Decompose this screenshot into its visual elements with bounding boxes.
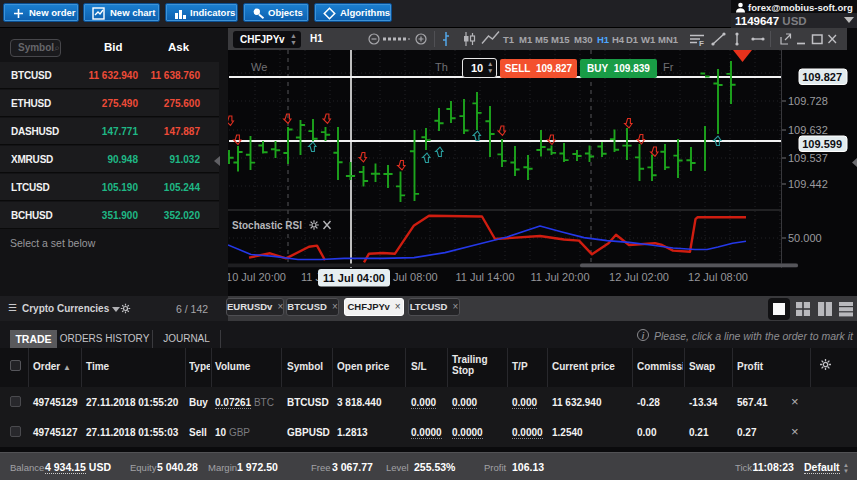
svg-text:Th: Th	[435, 61, 448, 73]
svg-text:11 J: 11 J	[301, 271, 321, 283]
svg-text:109.827: 109.827	[802, 71, 842, 83]
svg-text:12 Jul 02:00: 12 Jul 02:00	[609, 271, 669, 283]
svg-text:Fr: Fr	[663, 61, 674, 73]
svg-text:F: F	[699, 39, 704, 48]
svg-text:109.728: 109.728	[788, 95, 828, 107]
svg-text:Jul 08:00: Jul 08:00	[393, 271, 438, 283]
svg-text:We: We	[251, 61, 267, 73]
svg-text:50.000: 50.000	[788, 232, 822, 244]
svg-text:11 Jul 20:00: 11 Jul 20:00	[530, 271, 589, 283]
svg-text:109.442: 109.442	[788, 178, 828, 190]
svg-text:109.632: 109.632	[788, 124, 828, 136]
svg-text:Stochastic RSI: Stochastic RSI	[232, 220, 302, 231]
svg-text:10 Jul 20:00: 10 Jul 20:00	[228, 271, 286, 283]
svg-text:11 Jul 04:00: 11 Jul 04:00	[323, 272, 385, 284]
svg-text:109.599: 109.599	[802, 138, 842, 150]
svg-text:12 Jul 08:00: 12 Jul 08:00	[688, 271, 748, 283]
svg-text:109.537: 109.537	[788, 152, 828, 164]
svg-text:11 Jul 14:00: 11 Jul 14:00	[455, 271, 514, 283]
